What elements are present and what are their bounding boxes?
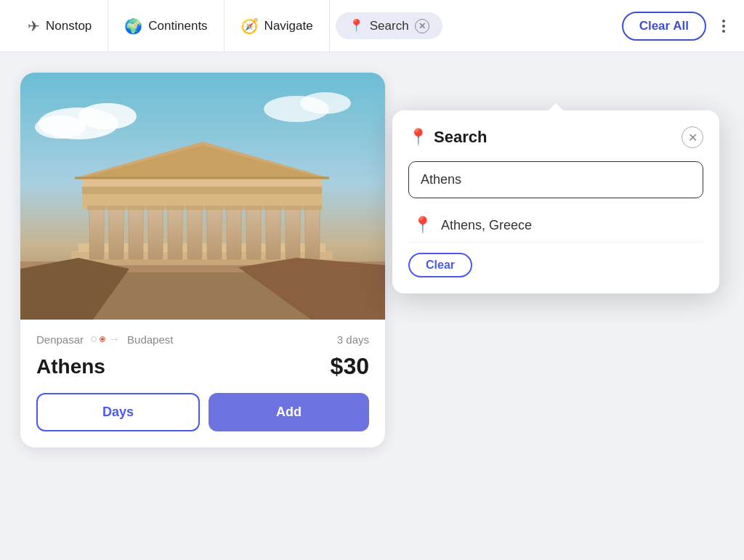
result-pin-icon: 📍 (413, 216, 432, 235)
svg-point-2 (78, 103, 137, 129)
svg-rect-21 (168, 208, 182, 259)
route-dot-mid (100, 336, 105, 342)
globe-icon: 🌍 (124, 17, 142, 35)
svg-rect-38 (264, 206, 283, 210)
nav-item-continents[interactable]: 🌍 Continents (108, 0, 224, 52)
svg-rect-32 (146, 206, 165, 210)
route-dot-start (91, 336, 97, 342)
svg-rect-34 (185, 206, 204, 210)
nav-search-pill[interactable]: 📍 Search ✕ (336, 12, 442, 39)
svg-rect-33 (166, 206, 185, 210)
svg-rect-22 (187, 208, 202, 259)
svg-rect-31 (126, 206, 145, 210)
svg-rect-24 (227, 208, 241, 259)
card-image (20, 73, 385, 320)
search-input[interactable] (408, 161, 703, 198)
svg-rect-18 (109, 208, 124, 259)
svg-rect-23 (207, 208, 222, 259)
route-line: → (91, 333, 120, 346)
svg-point-5 (300, 92, 351, 114)
svg-rect-13 (82, 178, 322, 187)
top-nav: ✈ Nonstop 🌍 Continents 🧭 Navigate 📍 Sear… (0, 0, 744, 52)
add-button[interactable]: Add (209, 393, 369, 431)
search-pill-icon: 📍 (349, 18, 364, 33)
search-pill-close[interactable]: ✕ (415, 19, 429, 33)
menu-dots-button[interactable] (715, 12, 732, 40)
card-actions: Days Add (36, 393, 369, 431)
search-dropdown: 📍 Search ✕ 📍 Athens, Greece Clear (392, 110, 719, 293)
svg-rect-27 (286, 208, 300, 259)
svg-rect-25 (246, 208, 261, 259)
plane-icon: ✈ (28, 17, 40, 35)
dropdown-pin-icon: 📍 (408, 128, 428, 147)
days-button[interactable]: Days (36, 393, 200, 431)
card-body: Denpasar → Budapest 3 days Athens $30 Da… (20, 320, 385, 447)
svg-rect-28 (305, 208, 320, 259)
result-text: Athens, Greece (441, 218, 532, 233)
svg-rect-29 (87, 206, 106, 210)
main-content: Denpasar → Budapest 3 days Athens $30 Da… (0, 52, 744, 468)
svg-rect-17 (89, 208, 104, 259)
nav-label-nonstop: Nonstop (46, 19, 92, 33)
compass-icon: 🧭 (240, 17, 259, 35)
route-to: Budapest (127, 333, 173, 346)
card-route: Denpasar → Budapest 3 days (36, 333, 369, 346)
nav-label-navigate: Navigate (264, 19, 313, 33)
svg-rect-20 (148, 208, 163, 259)
svg-rect-19 (129, 208, 143, 259)
destination-card: Denpasar → Budapest 3 days Athens $30 Da… (20, 73, 385, 447)
search-pill-label: Search (370, 19, 409, 33)
route-arrow-icon: → (108, 333, 120, 346)
search-result-item[interactable]: 📍 Athens, Greece (408, 208, 703, 243)
dropdown-title: 📍 Search (408, 128, 487, 147)
route-days: 3 days (337, 333, 369, 346)
card-title: Athens (36, 355, 105, 378)
svg-point-3 (35, 115, 86, 139)
svg-rect-39 (283, 206, 302, 210)
dropdown-header: 📍 Search ✕ (408, 126, 703, 148)
svg-rect-40 (303, 206, 322, 210)
svg-rect-36 (225, 206, 243, 210)
nav-item-navigate[interactable]: 🧭 Navigate (225, 0, 330, 52)
dropdown-close-button[interactable]: ✕ (682, 126, 703, 148)
nav-item-nonstop[interactable]: ✈ Nonstop (12, 0, 108, 52)
card-bottom: Athens $30 (36, 353, 369, 380)
svg-rect-35 (205, 206, 224, 210)
clear-all-button[interactable]: Clear All (622, 12, 706, 41)
nav-label-continents: Continents (148, 19, 207, 33)
svg-rect-37 (244, 206, 263, 210)
card-price: $30 (331, 353, 369, 380)
clear-button[interactable]: Clear (408, 253, 472, 277)
svg-rect-30 (107, 206, 126, 210)
route-from: Denpasar (36, 333, 84, 346)
svg-rect-26 (266, 208, 280, 259)
